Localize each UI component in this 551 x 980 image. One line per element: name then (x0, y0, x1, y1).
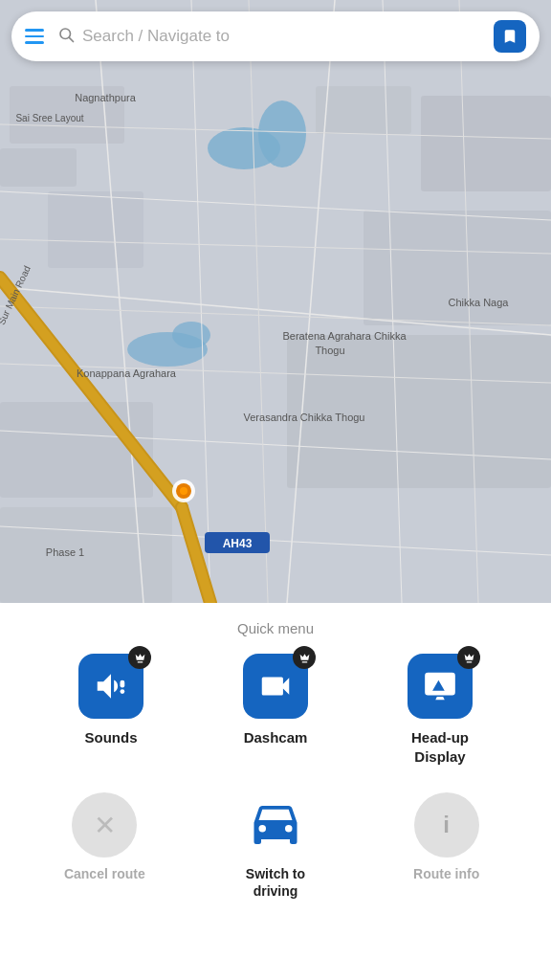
dashcam-icon-wrap (243, 654, 308, 719)
route-info-label: Route info (413, 865, 479, 882)
svg-text:AH43: AH43 (223, 537, 253, 550)
sounds-label: Sounds (85, 728, 138, 747)
bottom-panel: Quick menu Sounds (0, 603, 551, 919)
dashcam-menu-item[interactable]: Dashcam (228, 654, 323, 747)
svg-rect-8 (421, 96, 551, 191)
svg-rect-6 (0, 148, 77, 187)
search-bar[interactable]: Search / Navigate to (11, 11, 540, 61)
action-row: ✕ Cancel route Switch todriving i Route … (0, 792, 551, 900)
svg-rect-9 (364, 211, 551, 325)
headup-icon-wrap (408, 654, 473, 719)
svg-text:Chikka Naga: Chikka Naga (449, 297, 510, 308)
headup-label: Head-upDisplay (411, 728, 469, 766)
svg-text:Thogu: Thogu (315, 345, 344, 356)
sounds-icon-wrap (78, 654, 143, 719)
cancel-route-item[interactable]: ✕ Cancel route (52, 792, 157, 882)
svg-point-50 (121, 689, 125, 694)
svg-rect-13 (48, 191, 143, 268)
svg-text:Verasandra Chikka Thogu: Verasandra Chikka Thogu (244, 412, 365, 423)
svg-point-37 (180, 487, 187, 495)
switch-driving-label: Switch todriving (246, 865, 305, 900)
quick-menu-row: Sounds Dashcam (0, 654, 551, 766)
svg-point-2 (258, 100, 306, 167)
svg-rect-12 (0, 507, 172, 603)
sounds-menu-item[interactable]: Sounds (63, 654, 159, 747)
quick-menu-label: Quick menu (0, 620, 551, 636)
headup-crown-badge (457, 646, 480, 669)
search-placeholder: Search / Navigate to (82, 27, 494, 46)
sounds-crown-badge (128, 646, 151, 669)
bookmark-button[interactable] (494, 20, 526, 53)
dashcam-label: Dashcam (244, 728, 308, 747)
route-info-item[interactable]: i Route info (394, 792, 499, 882)
hamburger-menu[interactable] (25, 29, 44, 44)
dashcam-crown-badge (293, 646, 316, 669)
info-icon: i (443, 812, 450, 838)
svg-text:Phase 1: Phase 1 (46, 546, 84, 558)
map-view[interactable]: AH43 Nagnathpura Sai Sree Layout Sur Mai… (0, 0, 551, 603)
svg-text:Nagnathpura: Nagnathpura (75, 92, 136, 103)
svg-line-48 (69, 37, 73, 41)
cancel-route-label: Cancel route (64, 865, 145, 882)
svg-text:Sai Sree Layout: Sai Sree Layout (15, 113, 83, 123)
svg-rect-49 (121, 680, 125, 688)
switch-driving-item[interactable]: Switch todriving (223, 792, 328, 900)
cancel-route-circle: ✕ (72, 792, 137, 858)
switch-driving-circle (243, 792, 308, 858)
search-icon (57, 26, 75, 48)
svg-text:Konappana Agrahara: Konappana Agrahara (77, 368, 177, 379)
svg-point-4 (172, 322, 210, 348)
cancel-x-icon: ✕ (94, 810, 116, 841)
headup-menu-item[interactable]: Head-upDisplay (392, 654, 488, 766)
route-info-circle: i (414, 792, 479, 858)
svg-text:Beratena Agrahara Chikka: Beratena Agrahara Chikka (282, 330, 407, 342)
svg-rect-7 (316, 86, 411, 134)
